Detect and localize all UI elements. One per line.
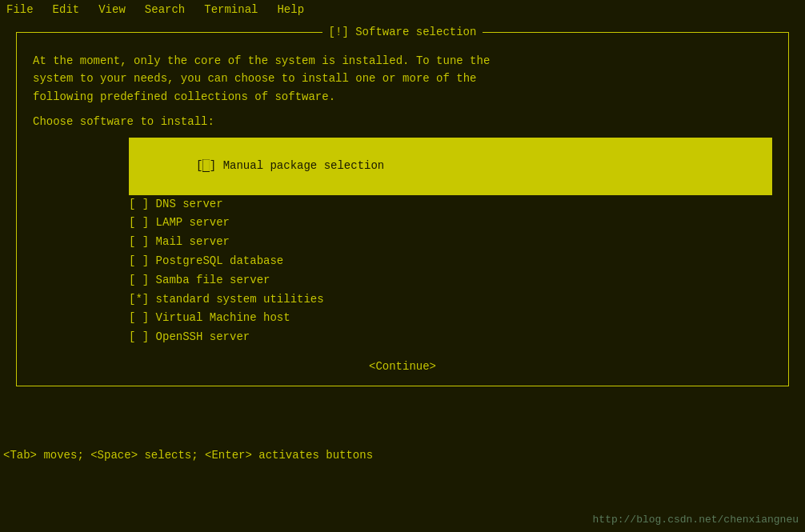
- help-menu[interactable]: Help: [274, 2, 307, 18]
- choose-label: Choose software to install:: [33, 115, 772, 128]
- statusbar-text: <Tab> moves; <Space> selects; <Enter> ac…: [3, 449, 373, 462]
- terminal-menu[interactable]: Terminal: [201, 2, 261, 18]
- terminal-area: [!] Software selection At the moment, on…: [0, 19, 805, 399]
- software-selection-dialog: [!] Software selection At the moment, on…: [16, 32, 789, 386]
- desc-line3: following predefined collections of soft…: [33, 88, 772, 106]
- menubar: File Edit View Search Terminal Help: [0, 0, 805, 19]
- package-item-vm[interactable]: [ ] Virtual Machine host: [129, 309, 772, 328]
- statusbar: <Tab> moves; <Space> selects; <Enter> ac…: [0, 442, 805, 468]
- package-item-manual[interactable]: [█] Manual package selection: [129, 138, 772, 194]
- package-item-samba[interactable]: [ ] Samba file server: [129, 271, 772, 290]
- dialog-body: At the moment, only the core of the syst…: [33, 52, 772, 373]
- package-item-standard[interactable]: [*] standard system utilities: [129, 290, 772, 310]
- package-list: [█] Manual package selection [ ] DNS ser…: [129, 138, 772, 347]
- dialog-title: [!] Software selection: [322, 26, 483, 38]
- desc-line2: system to your needs, you can choose to …: [33, 70, 772, 87]
- package-item-openssh[interactable]: [ ] OpenSSH server: [129, 328, 772, 347]
- desc-line1: At the moment, only the core of the syst…: [33, 52, 772, 70]
- watermark-text: http://blog.csdn.net/chenxiangneu: [593, 514, 799, 526]
- package-item-dns[interactable]: [ ] DNS server: [129, 195, 772, 214]
- package-item-lamp[interactable]: [ ] LAMP server: [129, 214, 772, 233]
- watermark: http://blog.csdn.net/chenxiangneu: [593, 514, 799, 526]
- edit-menu[interactable]: Edit: [50, 2, 83, 18]
- package-item-mail[interactable]: [ ] Mail server: [129, 233, 772, 252]
- package-item-postgresql[interactable]: [ ] PostgreSQL database: [129, 252, 772, 271]
- dialog-description: At the moment, only the core of the syst…: [33, 52, 772, 106]
- search-menu[interactable]: Search: [142, 2, 188, 18]
- file-menu[interactable]: File: [3, 2, 37, 18]
- view-menu[interactable]: View: [95, 2, 129, 18]
- continue-button[interactable]: <Continue>: [33, 360, 772, 373]
